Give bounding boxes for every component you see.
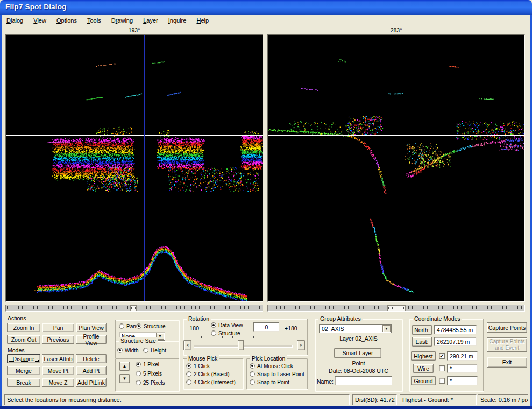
- structure-size-down-button[interactable]: ▼: [119, 374, 130, 383]
- chevron-down-icon[interactable]: ▼: [382, 325, 391, 332]
- rotation-value-field[interactable]: 0: [253, 322, 279, 332]
- window-border-left: [0, 15, 2, 406]
- window-border-right: [530, 15, 532, 406]
- move-z-mode-button[interactable]: Move Z: [42, 378, 74, 387]
- right-viewport-scroll-ruler[interactable]: [267, 305, 525, 312]
- menu-layer[interactable]: Layer: [139, 15, 162, 25]
- east-button[interactable]: East:: [412, 337, 432, 347]
- rotation-slider-ticks: [191, 336, 295, 338]
- titlebar[interactable]: Flip7 Spot Dialog: [0, 0, 532, 15]
- modes-label: Modes: [8, 347, 25, 354]
- rotation-slider-right-button[interactable]: >: [297, 340, 305, 350]
- one-pixel-radio[interactable]: 1 Pixel: [136, 361, 159, 368]
- at-mouse-click-radio[interactable]: At Mouse Click: [250, 363, 293, 369]
- east-value-field[interactable]: 262107.19 m: [434, 337, 477, 346]
- capture-points-and-event-button[interactable]: Capture Points and Event: [487, 337, 527, 352]
- structure-size-up-button[interactable]: ▲: [119, 362, 130, 371]
- north-value-field[interactable]: 4784485.55 m: [434, 325, 477, 334]
- rotation-min-label: -180: [188, 325, 199, 332]
- rotation-label: Rotation: [187, 315, 211, 322]
- status-scale: Scale: 0.16 m / pix: [478, 394, 528, 405]
- radio-dot: [186, 379, 191, 385]
- profile-view-button[interactable]: Profile View: [76, 335, 107, 344]
- name-input[interactable]: [335, 376, 392, 385]
- ground-value-field[interactable]: *: [447, 376, 478, 385]
- menu-drawing[interactable]: Drawing: [107, 15, 137, 25]
- left-viewport-scroll-ruler[interactable]: [5, 305, 263, 312]
- delete-mode-button[interactable]: Delete: [76, 354, 107, 363]
- flip7-spot-dialog-window: { "window": { "title": "Flip7 Spot Dialo…: [0, 0, 532, 409]
- right-viewport-profile[interactable]: [267, 34, 525, 302]
- left-arrow-icon: <: [186, 343, 189, 348]
- height-radio[interactable]: Height: [143, 347, 166, 354]
- menu-tools[interactable]: Tools: [83, 15, 105, 25]
- coordinate-modes-label: Coordinate Modes: [413, 315, 462, 322]
- radio-dot: [119, 323, 124, 329]
- layer-name-label: Layer 02_AXIS: [315, 335, 402, 342]
- snap-to-point-radio[interactable]: Snap to Point: [250, 379, 289, 385]
- left-scroll-thumb[interactable]: [130, 305, 137, 311]
- menu-view[interactable]: View: [29, 15, 51, 25]
- zoom-out-button[interactable]: Zoom Out: [7, 335, 40, 344]
- structure-radio[interactable]: Structure: [136, 323, 166, 329]
- rotation-slider-thumb[interactable]: [238, 340, 244, 350]
- highest-checkbox[interactable]: [439, 353, 445, 359]
- move-pt-mode-button[interactable]: Move Pt: [42, 366, 74, 375]
- two-click-radio[interactable]: 2 Click (Bisect): [186, 371, 230, 377]
- wire-value-field[interactable]: *: [447, 364, 478, 373]
- ground-checkbox[interactable]: [439, 378, 445, 384]
- pan-button[interactable]: Pan: [42, 323, 74, 332]
- name-label: Name:: [317, 378, 334, 385]
- left-point-cloud-canvas[interactable]: [6, 35, 263, 301]
- menu-dialog[interactable]: Dialog: [2, 15, 27, 25]
- radio-dot: [250, 363, 255, 369]
- four-click-radio[interactable]: 4 Click (Intersect): [186, 379, 236, 385]
- capture-points-button[interactable]: Capture Points: [487, 322, 527, 333]
- actions-label: Actions: [8, 315, 26, 321]
- laser-attrib-mode-button[interactable]: Laser Attrib: [42, 354, 74, 363]
- width-radio[interactable]: Width: [117, 347, 139, 354]
- menu-inquire[interactable]: Inquire: [164, 15, 191, 25]
- status-message: Select the locations for measuring dista…: [4, 394, 350, 405]
- down-arrow-icon: ▼: [123, 376, 127, 381]
- menu-bar: Dialog View Options Tools Drawing Layer …: [2, 15, 530, 26]
- rotation-data-view-radio[interactable]: Data View: [211, 322, 243, 328]
- pan-radio[interactable]: Pan: [119, 323, 136, 329]
- break-mode-button[interactable]: Break: [7, 378, 40, 387]
- left-viewport-heading: 193°: [5, 27, 263, 33]
- zoom-in-button[interactable]: Zoom In: [7, 323, 40, 332]
- distance-mode-button[interactable]: Distance: [7, 354, 40, 363]
- merge-mode-button[interactable]: Merge: [7, 366, 40, 375]
- add-ptlink-mode-button[interactable]: Add PtLink: [76, 378, 107, 387]
- status-highest-ground: Highest - Ground: *: [400, 394, 477, 405]
- right-arrow-icon: >: [300, 343, 302, 348]
- highest-value-field[interactable]: 290.21 m: [447, 351, 478, 361]
- 25-pixels-radio[interactable]: 25 Pixels: [136, 379, 165, 386]
- group-attributes-dropdown[interactable]: 02_AXIS▼: [319, 324, 392, 333]
- left-viewport-profile[interactable]: [5, 34, 263, 302]
- rotation-slider-left-button[interactable]: <: [183, 340, 191, 350]
- menu-options[interactable]: Options: [52, 15, 81, 25]
- wire-button[interactable]: Wire: [413, 364, 434, 373]
- previous-button[interactable]: Previous: [42, 335, 74, 344]
- highest-button[interactable]: Highest: [411, 351, 436, 361]
- plan-view-button[interactable]: Plan View: [76, 323, 107, 332]
- radio-dot: [211, 322, 216, 328]
- mouse-pick-label: Mouse Pick: [187, 355, 219, 362]
- snap-to-laser-point-radio[interactable]: Snap to Laser Point: [250, 371, 304, 377]
- ground-button[interactable]: Ground: [411, 376, 436, 385]
- exit-button[interactable]: Exit: [487, 357, 527, 368]
- five-pixels-radio[interactable]: 5 Pixels: [136, 370, 162, 377]
- add-pt-mode-button[interactable]: Add Pt: [76, 366, 107, 375]
- smart-layer-button[interactable]: Smart Layer: [334, 348, 381, 358]
- right-scroll-thumb[interactable]: [387, 305, 406, 311]
- one-click-radio[interactable]: 1 Click: [186, 363, 210, 369]
- radio-dot: [186, 371, 191, 377]
- right-point-cloud-canvas[interactable]: [268, 35, 524, 301]
- wire-checkbox[interactable]: [439, 365, 445, 371]
- radio-dot: [143, 348, 148, 353]
- menu-help[interactable]: Help: [192, 15, 213, 25]
- north-button[interactable]: North:: [412, 325, 432, 335]
- radio-dot: [211, 330, 216, 336]
- pick-location-label: Pick Location: [250, 355, 287, 362]
